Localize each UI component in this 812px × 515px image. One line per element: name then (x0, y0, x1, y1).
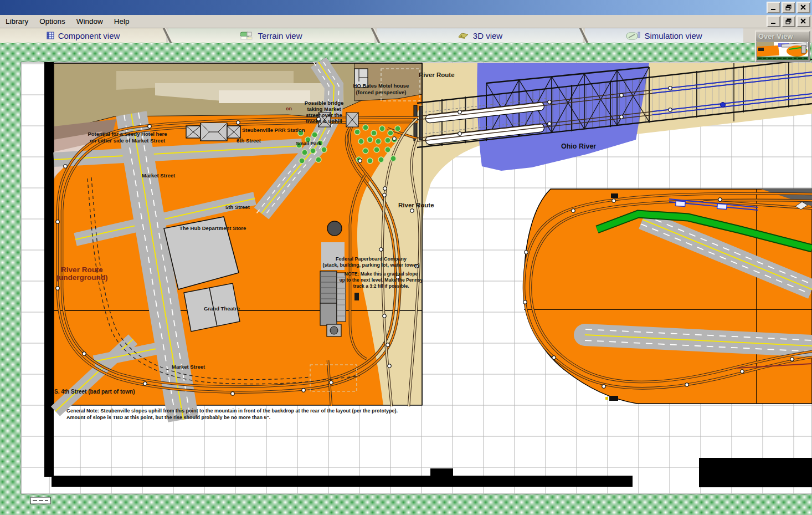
overview-title: Over View (756, 32, 809, 41)
track-node[interactable] (552, 356, 556, 359)
tree-icon (385, 137, 390, 143)
tree-icon (379, 126, 385, 131)
plan-label: Grand Theatre (204, 305, 240, 312)
track-node[interactable] (64, 165, 67, 168)
plan-label: taking Market (307, 106, 341, 112)
track-node[interactable] (56, 287, 59, 290)
track-node[interactable] (143, 382, 147, 385)
doc-close-button[interactable] (796, 16, 810, 27)
track-node[interactable] (548, 100, 551, 104)
tree-icon (395, 126, 400, 131)
plan-label: General Note: Steubenville slopes uphill… (66, 408, 398, 414)
scale-widget[interactable] (30, 497, 50, 504)
track-node[interactable] (669, 86, 672, 90)
bridge-portal (419, 106, 423, 140)
menu-item-options[interactable]: Options (34, 16, 71, 27)
plan-label: Amount of slope is TBD at this point, bu… (66, 415, 270, 420)
track-node[interactable] (685, 383, 688, 386)
track-node[interactable] (383, 193, 386, 197)
track-node[interactable] (386, 343, 389, 346)
tree-icon (302, 150, 307, 155)
restore-button[interactable] (782, 2, 795, 13)
plan-label: on either side of Market Street (90, 137, 166, 144)
track-node[interactable] (669, 108, 672, 111)
plan-label: Ohio River (561, 142, 596, 150)
track-node[interactable] (620, 94, 623, 97)
layout-plan[interactable]: Potential for a Seedy Hotel hereon eithe… (0, 43, 812, 515)
menu-item-library[interactable]: Library (0, 16, 34, 27)
plan-label: (forced perspective) (356, 89, 407, 95)
track-node[interactable] (393, 137, 396, 140)
minimize-button[interactable] (767, 2, 780, 13)
track-node[interactable] (458, 110, 461, 114)
plan-label: Steubenville PRR Station (242, 127, 305, 133)
doc-restore-button[interactable] (782, 16, 795, 27)
track-node[interactable] (790, 358, 794, 361)
tree-icon (385, 147, 390, 152)
tab-3d-view[interactable]: 3D view (377, 28, 583, 43)
track-node[interactable] (56, 220, 59, 223)
track-node[interactable] (612, 199, 615, 202)
tab-label: 3D view (473, 31, 502, 40)
track-node[interactable] (602, 385, 605, 388)
overview-thumbnail[interactable] (757, 42, 809, 60)
track-node[interactable] (620, 115, 623, 119)
tab-terrain-view[interactable]: Terrain view (168, 28, 374, 43)
track-node[interactable] (718, 198, 722, 201)
water-tower[interactable] (327, 221, 342, 236)
plan-label: S. 4th Street (bad part of town) (54, 389, 135, 395)
title-bar[interactable] (0, 0, 812, 15)
lineside-structure[interactable] (609, 396, 618, 401)
tab-component-view[interactable]: Component view (0, 28, 166, 43)
track-node[interactable] (458, 132, 461, 135)
selected-node[interactable] (721, 103, 726, 108)
track-node[interactable] (572, 209, 575, 212)
overview-panel[interactable]: Over View (755, 30, 810, 62)
menu-item-help[interactable]: Help (109, 16, 135, 27)
track-node[interactable] (358, 159, 362, 162)
track-node[interactable] (410, 209, 414, 212)
plan-label: on (286, 106, 292, 111)
tree-icon (310, 148, 316, 154)
document-window-controls (767, 16, 810, 27)
tree-icon (299, 158, 305, 164)
track-node[interactable] (388, 364, 391, 368)
restore-icon (785, 4, 792, 11)
plan-label: 6th Street (237, 137, 261, 144)
plan-label: track a 3:2 fill if possible. (353, 283, 409, 289)
doc-minimize-button[interactable] (767, 16, 780, 27)
track-node[interactable] (302, 389, 305, 392)
track-node[interactable] (525, 251, 528, 254)
plan-label: (underground) (56, 273, 108, 282)
track-node[interactable] (523, 300, 527, 304)
track-node[interactable] (237, 121, 240, 124)
tree-icon (316, 157, 321, 162)
track-node[interactable] (148, 125, 151, 128)
tree-icon (363, 125, 368, 130)
plan-label: Federal Paperboard Company (336, 256, 407, 262)
track-node[interactable] (741, 370, 744, 373)
lineside-structure[interactable] (611, 193, 618, 198)
plan-label: River Route (61, 266, 103, 274)
tab-label: Component view (58, 31, 120, 40)
track-node[interactable] (548, 122, 551, 125)
plan-label: Small Park (296, 141, 322, 146)
close-button[interactable] (796, 2, 810, 13)
simulation-loop-icon (626, 32, 640, 40)
tree-icon (390, 156, 396, 161)
track-node[interactable] (383, 187, 387, 190)
track-node[interactable] (83, 352, 86, 355)
track-node[interactable] (231, 392, 234, 395)
drawing-canvas[interactable]: Potential for a Seedy Hotel hereon eithe… (0, 43, 812, 515)
menu-item-window[interactable]: Window (71, 16, 109, 27)
track-node[interactable] (330, 381, 333, 384)
minimize-icon (770, 18, 777, 24)
track-node[interactable] (383, 314, 386, 318)
tab-simulation-view[interactable]: Simulation view (585, 28, 743, 43)
minimize-icon (770, 4, 777, 11)
tree-icon (371, 130, 377, 136)
track-node[interactable] (379, 248, 383, 251)
steubenville-prr-station[interactable] (186, 123, 240, 141)
plan-label: 5th Street (225, 204, 250, 210)
tree-icon (321, 147, 327, 152)
